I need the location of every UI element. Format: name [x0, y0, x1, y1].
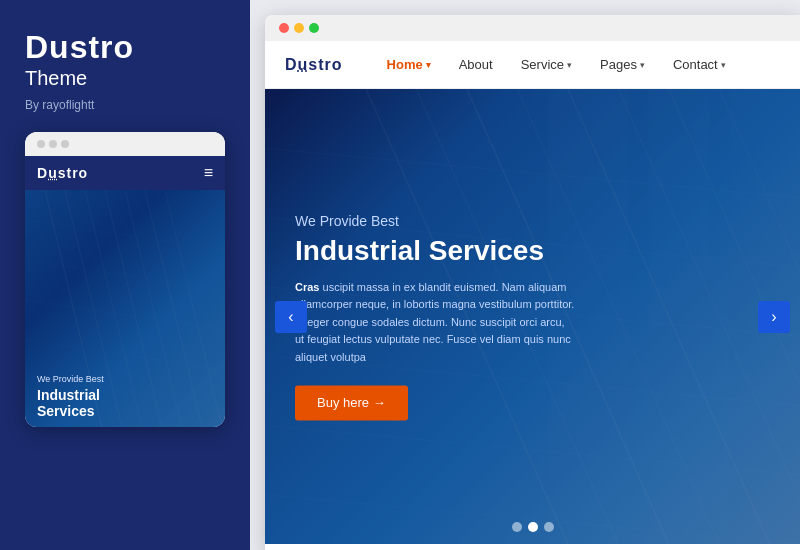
- carousel-next-button[interactable]: ›: [758, 301, 790, 333]
- window-dot-yellow: [294, 23, 304, 33]
- mobile-hero-content: We Provide Best IndustrialServices: [37, 374, 213, 421]
- mobile-mockup: Dustro ≡: [25, 132, 225, 427]
- nav-pages[interactable]: Pages▾: [586, 41, 659, 89]
- desktop-logo: Dustro: [285, 56, 343, 74]
- dot2: [49, 140, 57, 148]
- carousel-prev-button[interactable]: ‹: [275, 301, 307, 333]
- window-dot-green: [309, 23, 319, 33]
- mobile-logo: Dustro: [37, 165, 88, 181]
- home-arrow-icon: ▾: [426, 60, 431, 70]
- hamburger-icon[interactable]: ≡: [204, 164, 213, 182]
- hero-title: Industrial Services: [295, 235, 575, 267]
- dot3: [61, 140, 69, 148]
- nav-about[interactable]: About: [445, 41, 507, 89]
- mobile-hero-small-text: We Provide Best: [37, 374, 213, 384]
- desktop-mockup-area: Dustro Home▾ About Service▾ Pages▾ Conta…: [250, 0, 800, 550]
- mobile-nav: Dustro ≡: [25, 156, 225, 190]
- contact-arrow-icon: ▾: [721, 60, 726, 70]
- hero-small-text: We Provide Best: [295, 213, 575, 229]
- pages-arrow-icon: ▾: [640, 60, 645, 70]
- nav-contact[interactable]: Contact▾: [659, 41, 740, 89]
- brand-author: By rayoflightt: [25, 98, 225, 112]
- carousel-dot-3[interactable]: [544, 522, 554, 532]
- hero-highlight: Cras: [295, 281, 319, 293]
- desktop-window-topbar: [265, 15, 800, 41]
- hero-content: We Provide Best Industrial Services Cras…: [295, 213, 575, 420]
- left-panel: Dustro Theme By rayoflightt Dustro ≡: [0, 0, 250, 550]
- dot1: [37, 140, 45, 148]
- brand-subtitle: Theme: [25, 67, 225, 90]
- carousel-dot-1[interactable]: [512, 522, 522, 532]
- window-dot-red: [279, 23, 289, 33]
- mobile-hero-title: IndustrialServices: [37, 387, 213, 421]
- mobile-topbar: [25, 132, 225, 156]
- carousel-dot-2[interactable]: [528, 522, 538, 532]
- desktop-nav: Dustro Home▾ About Service▾ Pages▾ Conta…: [265, 41, 800, 89]
- mobile-hero: We Provide Best IndustrialServices: [25, 190, 225, 427]
- hero-section: We Provide Best Industrial Services Cras…: [265, 89, 800, 544]
- nav-links: Home▾ About Service▾ Pages▾ Contact▾: [373, 41, 780, 89]
- desktop-window: Dustro Home▾ About Service▾ Pages▾ Conta…: [265, 15, 800, 550]
- brand-name: Dustro: [25, 30, 225, 65]
- nav-service[interactable]: Service▾: [507, 41, 586, 89]
- carousel-dots: [512, 522, 554, 532]
- hero-paragraph: Cras uscipit massa in ex blandit euismed…: [295, 279, 575, 367]
- nav-home[interactable]: Home▾: [373, 41, 445, 89]
- buy-here-button[interactable]: Buy here →: [295, 385, 408, 420]
- service-arrow-icon: ▾: [567, 60, 572, 70]
